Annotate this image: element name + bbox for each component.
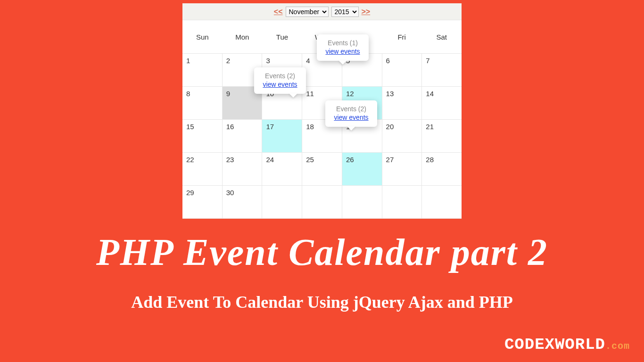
day-header: Mon bbox=[223, 33, 263, 41]
day-cell[interactable]: 6 bbox=[382, 54, 422, 87]
day-cell[interactable]: 30 bbox=[223, 186, 263, 219]
day-cell[interactable]: 28 bbox=[422, 153, 462, 186]
brand-ext: .com bbox=[605, 341, 630, 352]
day-cell[interactable]: 14 bbox=[422, 87, 462, 120]
event-tooltip: Events (2) view events bbox=[254, 67, 306, 94]
prev-month-link[interactable]: << bbox=[274, 8, 283, 16]
day-cell[interactable]: 15 bbox=[182, 120, 223, 153]
day-cell[interactable]: 27 bbox=[382, 153, 422, 186]
tooltip-tail-icon bbox=[347, 126, 355, 131]
day-cell bbox=[422, 186, 462, 219]
year-select[interactable]: 2015 bbox=[331, 7, 359, 17]
week-row: 891011121314 bbox=[182, 87, 462, 120]
event-tooltip: Events (2) view events bbox=[325, 100, 377, 127]
day-cell[interactable]: 16 bbox=[223, 120, 263, 153]
day-cell[interactable]: 22 bbox=[182, 153, 223, 186]
day-cell bbox=[342, 186, 382, 219]
tooltip-title: Events (2) bbox=[333, 105, 370, 113]
day-header: Fri bbox=[382, 33, 422, 41]
week-row: 2930 bbox=[182, 186, 462, 219]
day-cell[interactable]: 29 bbox=[182, 186, 223, 219]
day-header: Sat bbox=[421, 33, 462, 41]
day-cell[interactable]: 26 bbox=[342, 153, 382, 186]
calendar-grid: 1234567891011121314151617181920212223242… bbox=[182, 53, 462, 219]
day-cell[interactable]: 17 bbox=[262, 120, 302, 153]
day-cell[interactable]: 24 bbox=[262, 153, 302, 186]
subheadline: Add Event To Calendar Using jQuery Ajax … bbox=[0, 292, 644, 312]
next-month-link[interactable]: >> bbox=[362, 8, 371, 16]
tooltip-tail-icon bbox=[339, 60, 347, 65]
view-events-link[interactable]: view events bbox=[324, 48, 361, 55]
tooltip-title: Events (2) bbox=[262, 72, 298, 80]
headline: PHP Event Calendar part 2 bbox=[0, 231, 644, 274]
day-cell[interactable]: 8 bbox=[182, 87, 223, 120]
calendar-nav: << November 2015 >> bbox=[182, 3, 462, 20]
day-cell[interactable]: 7 bbox=[422, 54, 462, 87]
tooltip-title: Events (1) bbox=[324, 39, 361, 47]
week-row: 15161718192021 bbox=[182, 120, 462, 153]
day-cell bbox=[302, 186, 342, 219]
brand-logo: CODEXWORLD.com bbox=[504, 336, 630, 354]
day-cell[interactable]: 20 bbox=[382, 120, 422, 153]
view-events-link[interactable]: view events bbox=[262, 81, 298, 88]
week-row: 22232425262728 bbox=[182, 153, 462, 186]
day-cell bbox=[262, 186, 302, 219]
event-tooltip: Events (1) view events bbox=[317, 34, 369, 61]
day-cell bbox=[382, 186, 422, 219]
tooltip-tail-icon bbox=[289, 93, 297, 98]
day-cell[interactable]: 1 bbox=[182, 54, 223, 87]
day-cell[interactable]: 21 bbox=[422, 120, 462, 153]
brand-main: CODEXWORLD bbox=[504, 336, 605, 354]
month-select[interactable]: November bbox=[286, 7, 329, 17]
day-header: Sun bbox=[182, 33, 223, 41]
day-cell[interactable]: 23 bbox=[223, 153, 263, 186]
day-cell[interactable]: 13 bbox=[382, 87, 422, 120]
day-header: Tue bbox=[262, 33, 302, 41]
day-cell[interactable]: 25 bbox=[302, 153, 342, 186]
view-events-link[interactable]: view events bbox=[333, 114, 370, 121]
